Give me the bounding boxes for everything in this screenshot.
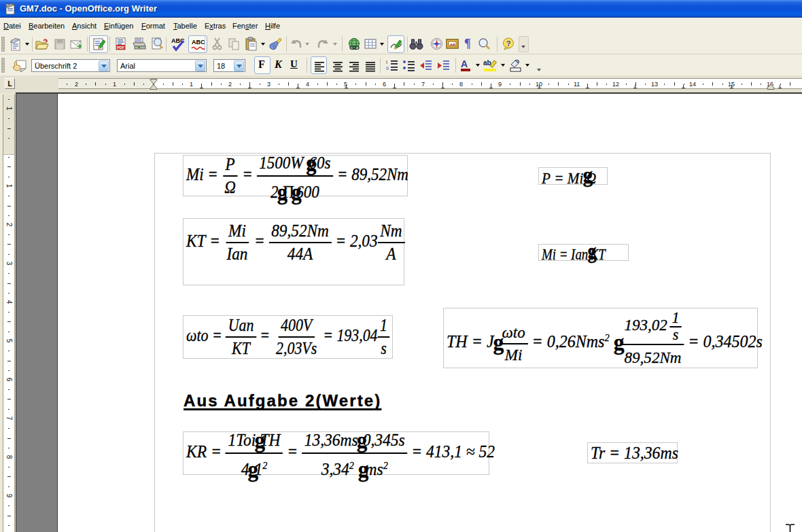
svg-text:A: A — [461, 58, 468, 69]
svg-text:II: II — [386, 66, 389, 71]
svg-text:I: I — [386, 60, 387, 65]
svg-text:?: ? — [506, 39, 511, 48]
svg-text:ABC: ABC — [192, 39, 205, 46]
svg-text:PDF: PDF — [117, 46, 125, 50]
